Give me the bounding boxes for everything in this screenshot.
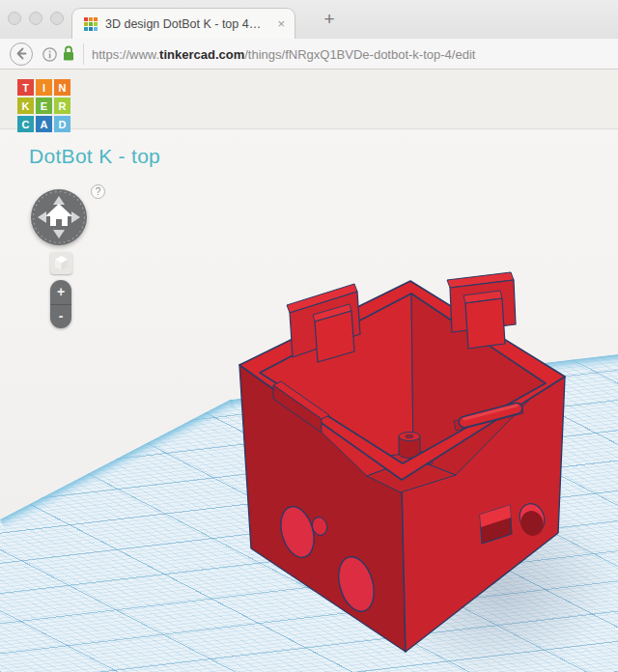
site-info-icon[interactable] — [42, 47, 57, 62]
help-button[interactable]: ? — [91, 184, 105, 199]
window-close-button[interactable] — [8, 12, 21, 25]
design-canvas[interactable]: DotBot K - top ? — [0, 129, 618, 672]
home-icon[interactable] — [45, 204, 72, 226]
cube-icon — [50, 252, 72, 274]
arrow-up-icon[interactable] — [53, 196, 65, 205]
arrow-right-icon[interactable] — [71, 211, 80, 223]
url-domain: tinkercad.com — [159, 47, 244, 62]
tab-strip: 3D design DotBot K - top 4… × + — [0, 0, 618, 39]
design-title[interactable]: DotBot K - top — [29, 145, 160, 168]
tinkercad-logo[interactable]: T I N K E R C A D — [17, 79, 70, 132]
arrow-left-icon[interactable] — [38, 211, 46, 223]
browser-tab[interactable]: 3D design DotBot K - top 4… × — [71, 8, 295, 39]
url-bar[interactable]: https://www.tinkercad.com/things/fNRgxQ1… — [92, 47, 475, 62]
zoom-out-button[interactable]: - — [50, 304, 71, 328]
new-tab-button[interactable]: + — [319, 10, 340, 31]
https-lock-icon[interactable] — [62, 44, 75, 63]
tab-title: 3D design DotBot K - top 4… — [105, 17, 269, 31]
url-path: /things/fNRgxQ1BVDe-dotbot-k-top-4/edit — [244, 47, 475, 62]
browser-window: 3D design DotBot K - top 4… × + https://… — [0, 0, 618, 672]
home-view-button[interactable] — [50, 252, 72, 274]
zoom-in-button[interactable]: + — [50, 280, 71, 304]
tinkercad-navbar: Design Edit Help — [0, 70, 618, 129]
back-button[interactable] — [10, 42, 33, 66]
arrow-down-icon[interactable] — [53, 230, 65, 238]
window-zoom-button[interactable] — [50, 12, 64, 25]
model-dotbot-top[interactable] — [0, 129, 618, 672]
tab-favicon-icon — [84, 17, 98, 31]
model-clip-tab-left[interactable] — [287, 284, 360, 362]
url-scheme: https://www. — [92, 47, 159, 62]
tab-close-icon[interactable]: × — [277, 17, 285, 30]
back-arrow-icon — [11, 43, 31, 64]
zoom-controls: + - — [50, 280, 71, 328]
view-navigation-orb[interactable] — [31, 189, 87, 245]
url-divider — [83, 43, 84, 65]
window-minimize-button[interactable] — [29, 12, 42, 25]
